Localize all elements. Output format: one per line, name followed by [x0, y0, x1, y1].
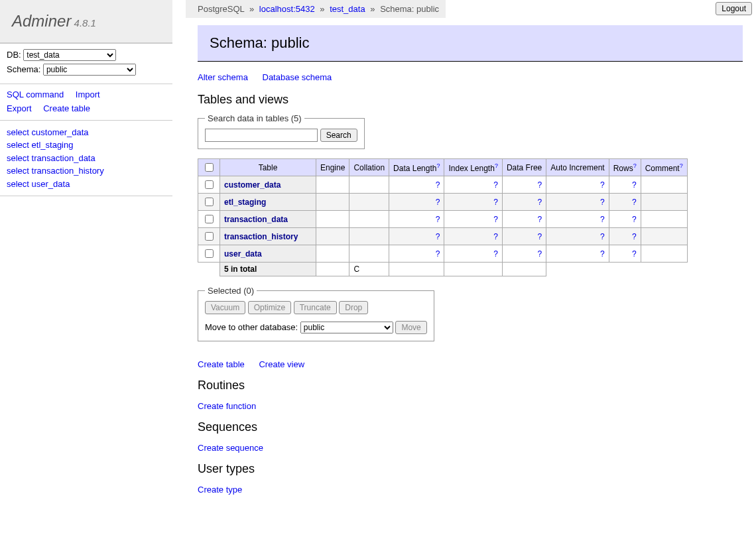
- schema-label: Schema:: [7, 64, 40, 74]
- cell-value-link[interactable]: ?: [632, 215, 637, 224]
- cell-value-link[interactable]: ?: [600, 215, 605, 224]
- table-row: transaction_data ? ? ? ? ?: [198, 211, 688, 228]
- help-icon[interactable]: ?: [633, 162, 637, 169]
- user-types-heading: User types: [198, 462, 743, 476]
- cell-value-link[interactable]: ?: [436, 215, 440, 224]
- brand-name: Adminer: [12, 12, 71, 30]
- col-check: [198, 159, 220, 176]
- help-icon[interactable]: ?: [436, 162, 440, 169]
- sidebar-table-link[interactable]: select customer_data: [7, 126, 166, 139]
- logout-container: Logout: [716, 2, 752, 15]
- schema-select[interactable]: public: [43, 64, 136, 76]
- help-icon[interactable]: ?: [495, 162, 498, 169]
- check-all[interactable]: [205, 163, 214, 172]
- cell-value-link[interactable]: ?: [493, 249, 498, 259]
- table-name-link[interactable]: customer_data: [224, 180, 281, 190]
- db-select[interactable]: test_data: [23, 49, 116, 61]
- table-row: transaction_history ? ? ? ? ?: [198, 228, 688, 245]
- main-content: PostgreSQL » localhost:5432 » test_data …: [186, 0, 756, 516]
- db-row: DB: test_data: [7, 49, 166, 61]
- footer-total: 5 in total: [220, 263, 316, 276]
- table-name-link[interactable]: etl_staging: [224, 198, 266, 207]
- row-check[interactable]: [205, 232, 214, 241]
- cell-value-link[interactable]: ?: [632, 180, 637, 190]
- vacuum-button[interactable]: [205, 301, 245, 314]
- table-name-link[interactable]: transaction_history: [224, 232, 298, 241]
- help-icon[interactable]: ?: [680, 162, 683, 169]
- schema-action-links: Alter schema Database schema: [198, 72, 743, 82]
- move-button[interactable]: [395, 321, 426, 334]
- search-input[interactable]: [205, 129, 318, 142]
- cell-value-link[interactable]: ?: [538, 198, 542, 207]
- brand-version: 4.8.1: [74, 17, 96, 29]
- cell-value-link[interactable]: ?: [600, 232, 605, 241]
- export-link[interactable]: Export: [7, 102, 32, 116]
- col-collation: Collation: [349, 159, 389, 176]
- sql-command-link[interactable]: SQL command: [7, 88, 64, 102]
- routines-heading: Routines: [198, 379, 743, 392]
- create-function-link[interactable]: Create function: [198, 401, 256, 411]
- tables-heading: Tables and views: [198, 93, 743, 107]
- row-check[interactable]: [205, 249, 214, 258]
- sidebar-table-link[interactable]: select transaction_data: [7, 152, 166, 165]
- search-legend: Search data in tables (5): [205, 113, 304, 123]
- truncate-button[interactable]: [294, 301, 337, 314]
- col-table: Table: [220, 159, 316, 176]
- cell-value-link[interactable]: ?: [436, 198, 440, 207]
- sidebar-links: SQL command Import Export Create table: [0, 84, 172, 121]
- sidebar-table-link[interactable]: select transaction_history: [7, 164, 166, 178]
- create-table-link-sidebar[interactable]: Create table: [43, 102, 90, 116]
- row-check[interactable]: [205, 215, 214, 223]
- sidebar-table-link[interactable]: select user_data: [7, 178, 166, 191]
- logout-button[interactable]: Logout: [716, 2, 752, 15]
- row-check[interactable]: [205, 180, 214, 189]
- cell-value-link[interactable]: ?: [632, 249, 637, 259]
- table-row: etl_staging ? ? ? ? ?: [198, 194, 688, 211]
- breadcrumb-database[interactable]: test_data: [330, 4, 365, 14]
- create-sequence-link[interactable]: Create sequence: [198, 443, 263, 453]
- cell-value-link[interactable]: ?: [538, 232, 542, 241]
- breadcrumb-sep: »: [320, 4, 324, 14]
- cell-value-link[interactable]: ?: [436, 232, 440, 241]
- cell-value-link[interactable]: ?: [538, 215, 542, 224]
- drop-button[interactable]: [339, 301, 368, 314]
- table-name-link[interactable]: transaction_data: [224, 215, 288, 224]
- cell-value-link[interactable]: ?: [493, 232, 498, 241]
- cell-value-link[interactable]: ?: [493, 215, 498, 224]
- create-table-link[interactable]: Create table: [198, 359, 245, 369]
- move-target-select[interactable]: public: [300, 322, 393, 333]
- db-label: DB:: [7, 50, 21, 60]
- optimize-button[interactable]: [248, 301, 291, 314]
- footer-collation: C: [349, 263, 389, 276]
- cell-value-link[interactable]: ?: [600, 180, 605, 190]
- import-link[interactable]: Import: [76, 88, 100, 102]
- cell-value-link[interactable]: ?: [632, 198, 637, 207]
- breadcrumb-driver: PostgreSQL: [198, 4, 244, 14]
- alter-schema-link[interactable]: Alter schema: [198, 72, 248, 82]
- cell-value-link[interactable]: ?: [436, 249, 440, 259]
- tables-grid: Table Engine Collation Data Length? Inde…: [198, 158, 688, 276]
- cell-value-link[interactable]: ?: [600, 249, 605, 259]
- sidebar: Adminer 4.8.1 DB: test_data Schema: publ…: [0, 0, 172, 196]
- cell-value-link[interactable]: ?: [493, 198, 498, 207]
- cell-value-link[interactable]: ?: [493, 180, 498, 190]
- col-data-free: Data Free: [502, 159, 546, 176]
- database-schema-link[interactable]: Database schema: [263, 72, 332, 82]
- selected-legend: Selected (0): [205, 286, 257, 296]
- create-type-link[interactable]: Create type: [198, 485, 242, 495]
- cell-value-link[interactable]: ?: [436, 180, 440, 190]
- search-button[interactable]: [320, 129, 357, 142]
- page-title: Schema: public: [198, 25, 743, 62]
- table-name-link[interactable]: user_data: [224, 249, 262, 259]
- breadcrumb-sep: »: [249, 4, 254, 14]
- cell-value-link[interactable]: ?: [632, 232, 637, 241]
- sidebar-table-link[interactable]: select etl_staging: [7, 139, 166, 152]
- cell-value-link[interactable]: ?: [600, 198, 605, 207]
- col-engine: Engine: [316, 159, 349, 176]
- create-view-link[interactable]: Create view: [259, 359, 304, 369]
- row-check[interactable]: [205, 198, 214, 206]
- breadcrumb-server[interactable]: localhost:5432: [259, 4, 315, 14]
- col-auto-increment: Auto Increment: [546, 159, 609, 176]
- cell-value-link[interactable]: ?: [538, 249, 542, 259]
- cell-value-link[interactable]: ?: [538, 180, 542, 190]
